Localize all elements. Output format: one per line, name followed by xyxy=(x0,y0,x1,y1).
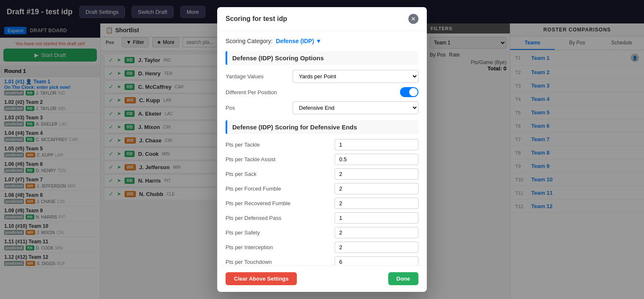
yardage-select[interactable]: Yards per PointPoints per Yard xyxy=(293,70,418,83)
clear-settings-button[interactable]: Clear Above Settings xyxy=(226,272,297,285)
section2-title: Defense (IDP) Scoring for Defensive Ends xyxy=(226,120,418,134)
modal-overlay: Scoring for test idp ✕ Scoring Category:… xyxy=(0,0,644,299)
yardage-row: Yardage Values Yards per PointPoints per… xyxy=(226,70,418,83)
scoring-input[interactable] xyxy=(335,198,418,209)
scoring-label: Pts per Interception xyxy=(226,244,335,250)
scoring-label: Pts per Tackle Assist xyxy=(226,156,335,162)
dropdown-icon: ▼ xyxy=(316,38,322,44)
category-label: Scoring Category: xyxy=(226,38,273,44)
scoring-input[interactable] xyxy=(335,227,418,238)
scoring-label: Pts per Recovered Fumble xyxy=(226,200,335,206)
yardage-label: Yardage Values xyxy=(226,73,293,80)
scoring-input[interactable] xyxy=(335,168,418,180)
different-per-pos-label: Different Per Position xyxy=(226,89,400,95)
scoring-input[interactable] xyxy=(335,154,418,165)
scoring-category: Scoring Category: Defense (IDP) ▼ xyxy=(226,38,418,44)
scoring-input[interactable] xyxy=(335,183,418,194)
scoring-row: Pts per Tackle Assist xyxy=(226,154,418,165)
scoring-input[interactable] xyxy=(335,139,418,150)
scoring-input[interactable] xyxy=(335,242,418,253)
scoring-row: Pts per Sack xyxy=(226,168,418,180)
pos-label: Pos xyxy=(226,105,293,111)
scoring-row: Pts per Interception xyxy=(226,242,418,253)
scoring-row: Pts per Defensed Pass xyxy=(226,212,418,224)
scoring-row: Pts per Tackle xyxy=(226,139,418,150)
scoring-label: Pts per Safety xyxy=(226,229,335,236)
scoring-label: Pts per Forced Fumble xyxy=(226,186,335,192)
modal-title: Scoring for test idp xyxy=(226,15,287,23)
scoring-row: Pts per Safety xyxy=(226,227,418,238)
different-per-pos-toggle[interactable] xyxy=(400,87,418,97)
modal-footer: Clear Above Settings Done xyxy=(217,265,427,292)
scoring-label: Pts per Sack xyxy=(226,171,335,177)
scoring-fields: Pts per Tackle Pts per Tackle Assist Pts… xyxy=(226,139,418,265)
modal-header: Scoring for test idp ✕ xyxy=(217,7,427,31)
scoring-label: Pts per Touchdown xyxy=(226,259,335,265)
scoring-row: Pts per Touchdown xyxy=(226,256,418,265)
done-button[interactable]: Done xyxy=(388,272,419,285)
pos-row: Pos Defensive EndDefensive TackleLinebac… xyxy=(226,101,418,114)
scoring-row: Pts per Forced Fumble xyxy=(226,183,418,194)
scoring-label: Pts per Tackle xyxy=(226,142,335,148)
category-link[interactable]: Defense (IDP) ▼ xyxy=(276,38,322,44)
scoring-input[interactable] xyxy=(335,212,418,224)
modal-close-button[interactable]: ✕ xyxy=(408,14,418,24)
different-per-pos-row: Different Per Position xyxy=(226,87,418,97)
modal-body: Scoring Category: Defense (IDP) ▼ Defens… xyxy=(217,31,427,265)
category-value: Defense (IDP) xyxy=(276,38,314,44)
scoring-label: Pts per Defensed Pass xyxy=(226,215,335,221)
pos-select[interactable]: Defensive EndDefensive TackleLinebackerC… xyxy=(293,101,418,114)
scoring-input[interactable] xyxy=(335,256,418,265)
toggle-knob xyxy=(409,88,418,96)
section1-title: Defense (IDP) Scoring Options xyxy=(226,51,418,65)
scoring-modal: Scoring for test idp ✕ Scoring Category:… xyxy=(217,7,427,292)
scoring-row: Pts per Recovered Fumble xyxy=(226,198,418,209)
